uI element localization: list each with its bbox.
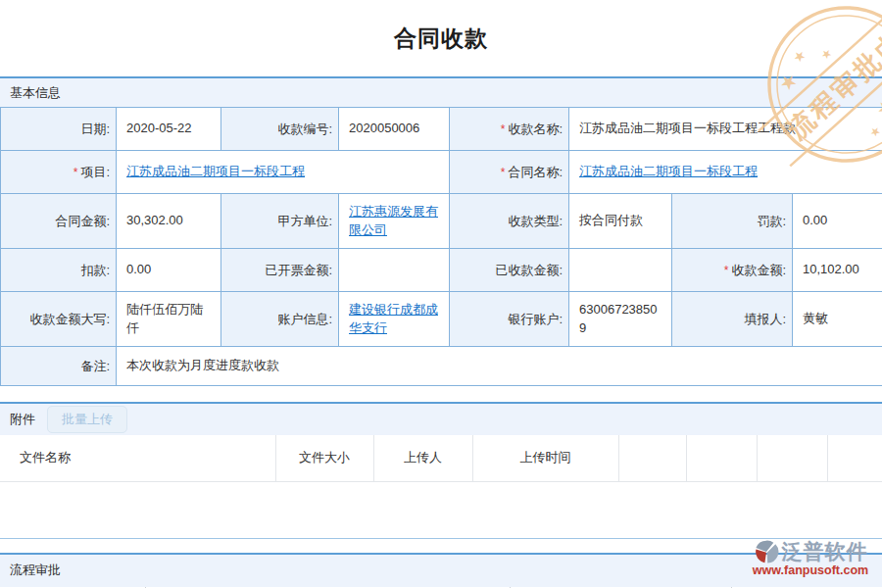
required-asterisk: * xyxy=(74,166,78,179)
field-label-deduction: 扣款: xyxy=(1,249,117,292)
field-value-receipt-type: 按合同付款 xyxy=(569,194,672,249)
field-value-penalty: 0.00 xyxy=(793,194,882,249)
vendor-logo-name: 泛普软件 xyxy=(782,538,868,565)
attachments-empty-area xyxy=(0,482,882,538)
title-bar: 合同收款 xyxy=(0,0,882,76)
field-label-receipt-amount: *收款金额: xyxy=(672,249,793,292)
field-value-party-a: 江苏惠源发展有限公司 xyxy=(339,194,450,249)
required-asterisk: * xyxy=(724,264,729,277)
page-title: 合同收款 xyxy=(394,24,488,54)
attachments-header-row: 文件名称 文件大小 上传人 上传时间 xyxy=(0,435,882,481)
required-asterisk: * xyxy=(501,166,506,179)
attachments-col-upload-time: 上传时间 xyxy=(472,435,618,481)
field-label-date: 日期: xyxy=(1,108,117,151)
vendor-logo-icon xyxy=(754,539,779,564)
field-label-receipt-type: 收款类型: xyxy=(450,194,569,249)
field-value-receipt-name: 江苏成品油二期项目一标段工程工程款 xyxy=(569,108,882,151)
vendor-logo: 泛普软件 www.fanpusoft.com xyxy=(741,538,880,577)
section-header-basic-info: 基本信息 xyxy=(0,76,882,107)
project-link[interactable]: 江苏成品油二期项目一标段工程 xyxy=(126,164,305,178)
section-attachments-label: 附件 xyxy=(10,411,35,428)
attachments-col-file-name: 文件名称 xyxy=(0,435,275,481)
vendor-logo-url: www.fanpusoft.com xyxy=(741,564,880,577)
basic-info-table: 日期: 2020-05-22 收款编号: 2020050006 *收款名称: 江… xyxy=(0,107,882,386)
field-label-remark: 备注: xyxy=(1,347,117,386)
field-label-received-amount: 已收款金额: xyxy=(450,249,569,292)
field-value-invoiced-amount xyxy=(339,249,450,292)
field-value-reporter: 黄敏 xyxy=(793,292,882,347)
attachments-col-empty xyxy=(827,435,882,481)
field-value-receipt-amount: 10,102.00 xyxy=(793,249,882,292)
field-label-project: *项目: xyxy=(1,151,117,194)
required-asterisk: * xyxy=(501,122,506,136)
contract-name-link[interactable]: 江苏成品油二期项目一标段工程 xyxy=(579,164,758,178)
field-value-date: 2020-05-22 xyxy=(117,108,221,151)
field-value-amount-in-words: 陆仟伍佰万陆仟 xyxy=(117,292,221,347)
field-label-contract-name: *合同名称: xyxy=(450,151,569,194)
batch-upload-button[interactable]: 批量上传 xyxy=(47,406,127,433)
attachments-col-empty xyxy=(618,435,686,481)
attachments-col-empty xyxy=(686,435,757,481)
field-label-bank-account: 银行账户: xyxy=(450,292,569,347)
field-value-bank-account: 630067238509 xyxy=(569,292,672,347)
field-value-received-amount xyxy=(569,249,672,292)
party-a-link[interactable]: 江苏惠源发展有限公司 xyxy=(349,204,438,237)
field-value-receipt-no: 2020050006 xyxy=(339,108,450,151)
field-value-account-info: 建设银行成都成华支行 xyxy=(339,292,450,347)
attachments-col-uploader: 上传人 xyxy=(373,435,472,481)
field-label-account-info: 账户信息: xyxy=(221,292,339,347)
field-label-amount-in-words: 收款金额大写: xyxy=(1,292,117,347)
attachments-col-empty xyxy=(757,435,827,481)
field-value-contract-name: 江苏成品油二期项目一标段工程 xyxy=(569,151,882,194)
section-workflow-label: 流程审批 xyxy=(10,562,61,579)
field-value-remark: 本次收款为月度进度款收款 xyxy=(117,347,882,386)
attachments-table: 文件名称 文件大小 上传人 上传时间 xyxy=(0,435,882,482)
field-value-project: 江苏成品油二期项目一标段工程 xyxy=(117,151,450,194)
field-value-contract-amount: 30,302.00 xyxy=(117,194,221,249)
section-basic-info-label: 基本信息 xyxy=(10,84,61,102)
contract-receipt-page: 合同收款 基本信息 日期: 2020-05-22 收款编号: 202005000… xyxy=(0,0,882,588)
field-label-receipt-name: *收款名称: xyxy=(450,108,569,151)
field-label-reporter: 填报人: xyxy=(672,292,793,347)
field-label-penalty: 罚款: xyxy=(672,194,793,249)
field-value-deduction: 0.00 xyxy=(117,249,221,292)
field-label-contract-amount: 合同金额: xyxy=(1,194,117,249)
account-info-link[interactable]: 建设银行成都成华支行 xyxy=(349,302,438,335)
field-label-invoiced-amount: 已开票金额: xyxy=(221,249,339,292)
field-label-party-a: 甲方单位: xyxy=(221,194,339,249)
field-label-receipt-no: 收款编号: xyxy=(221,108,339,151)
section-header-attachments: 附件 批量上传 xyxy=(0,402,882,435)
attachments-col-file-size: 文件大小 xyxy=(275,435,373,481)
spacer xyxy=(0,386,882,402)
